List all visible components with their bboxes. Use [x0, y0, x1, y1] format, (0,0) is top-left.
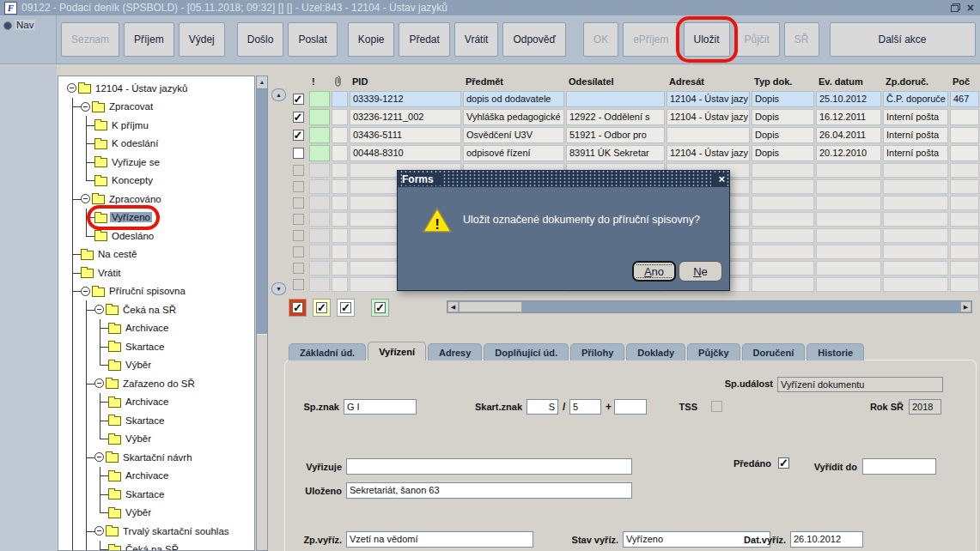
restore-window-icon[interactable]	[951, 3, 960, 12]
table-row[interactable]: 03339-1212dopis od dodavatele12104 - Úst…	[289, 91, 980, 107]
skart-znak-field-2[interactable]: 5	[569, 399, 601, 415]
toolbar-button-doslo[interactable]: Došlo	[237, 22, 284, 57]
toolbar-button-dalsi-akce[interactable]: Další akce	[830, 22, 976, 57]
cell-poc[interactable]	[950, 127, 979, 143]
row-checkbox[interactable]	[293, 94, 304, 105]
cell-pid[interactable]: 03436-5111	[350, 127, 461, 143]
predano-checkbox[interactable]	[778, 457, 789, 469]
cell-typ[interactable]: Dopis	[752, 91, 814, 107]
cell-typ[interactable]: Dopis	[752, 127, 814, 143]
skart-znak-field-1[interactable]: S	[527, 399, 558, 415]
cell-zp_doruc[interactable]: Interní pošta	[883, 127, 948, 143]
toolbar-button-vratit[interactable]: Vrátit	[454, 22, 499, 57]
tab-prilohy[interactable]: Přílohy	[570, 343, 624, 360]
tree-item[interactable]: Odesláno	[58, 227, 254, 245]
tree-expander-icon[interactable]	[67, 83, 76, 93]
toolbar-button-kopie[interactable]: Kopie	[348, 22, 395, 57]
cell-adresat[interactable]: 12104 - Ústav jazy	[667, 91, 750, 107]
tree-item[interactable]: K příjmu	[58, 116, 254, 135]
tree-scrollbar-thumb[interactable]	[257, 334, 267, 550]
tree-expander-icon[interactable]	[81, 194, 90, 203]
tree-item[interactable]: Výběr	[58, 504, 254, 523]
cell-predmet[interactable]: Vyhláška pedagogické	[463, 109, 564, 125]
toolbar-button-odpoved[interactable]: Odpověď	[502, 22, 565, 57]
tree-expander-icon[interactable]	[94, 378, 104, 388]
cell-predmet[interactable]: dopis od dodavatele	[463, 91, 564, 107]
tab-historie[interactable]: Historie	[807, 343, 864, 360]
cell-odesilatel[interactable]: 51921 - Odbor pro	[566, 127, 665, 143]
tree-expander-icon[interactable]	[81, 102, 90, 112]
cell-ev_datum[interactable]: 26.04.2011	[816, 127, 881, 143]
dialog-button-ne[interactable]: Ne	[679, 261, 722, 282]
cell-ev_datum[interactable]: 16.12.2011	[816, 109, 881, 125]
cell-zp_doruc[interactable]: Interní pošta	[883, 145, 948, 161]
ulozeno-field[interactable]: Sekretariát, šanon 63	[346, 482, 632, 499]
row-checkbox[interactable]	[293, 130, 304, 141]
tab-adresy[interactable]: Adresy	[428, 343, 482, 360]
tree-item[interactable]: Zařazeno do SŘ	[58, 374, 254, 393]
cell-odesilatel[interactable]	[566, 91, 665, 107]
cell-typ[interactable]: Dopis	[752, 109, 814, 125]
tree-item[interactable]: Archivace	[58, 467, 254, 486]
tree-item[interactable]: Výběr	[58, 356, 254, 375]
dialog-close-icon[interactable]	[711, 173, 725, 186]
cell-poc[interactable]	[950, 145, 979, 161]
row-select-cell[interactable]	[289, 145, 307, 161]
cell-pid[interactable]: 00448-8310	[350, 145, 461, 161]
tree-scroll-up-icon[interactable]	[257, 76, 267, 89]
dialog-button-ano[interactable]: Ano	[632, 261, 676, 282]
cell-odesilatel[interactable]: 12922 - Oddělení s	[566, 109, 665, 125]
sp-znak-field[interactable]: G I	[344, 399, 417, 415]
tab-doplnujici-ud[interactable]: Doplňující úd.	[484, 343, 569, 360]
vyridit-do-field[interactable]	[862, 458, 936, 475]
cell-zp_doruc[interactable]: Interní pošta	[883, 109, 948, 125]
tree-item[interactable]: Archivace	[58, 393, 254, 412]
tree-expander-icon[interactable]	[94, 452, 104, 462]
row-checkbox[interactable]	[293, 148, 304, 159]
cell-clip[interactable]	[332, 109, 348, 125]
cell-pid[interactable]: 03339-1212	[350, 91, 461, 107]
cell-poc[interactable]: 467	[950, 91, 979, 107]
tree-expander-icon[interactable]	[94, 526, 104, 536]
scroll-left-icon[interactable]	[447, 301, 459, 312]
zp-vyriz-field[interactable]: Vzetí na vědomí	[346, 531, 533, 548]
horizontal-scrollbar-thumb[interactable]	[459, 301, 522, 312]
cell-predmet[interactable]: Osvědčení U3V	[463, 127, 564, 143]
cell-clip[interactable]	[332, 145, 348, 161]
tab-doklady[interactable]: Doklady	[626, 343, 685, 360]
tab-doruceni[interactable]: Doručení	[742, 343, 806, 360]
tree-item[interactable]: Koncepty	[58, 172, 254, 191]
tree-expander-icon[interactable]	[94, 305, 104, 314]
cell-ev_datum[interactable]: 20.12.2010	[816, 145, 881, 161]
selection-mark-white[interactable]	[337, 299, 355, 317]
tree-item[interactable]: Vyřizuje se	[58, 153, 254, 172]
cell-flag[interactable]	[309, 91, 330, 107]
nav-zone[interactable]: Nav	[0, 15, 57, 64]
toolbar-button-ulozit[interactable]: Uložit	[684, 22, 730, 57]
scroll-right-icon[interactable]	[960, 301, 971, 312]
tab-zakladni-ud[interactable]: Základní úd.	[289, 343, 366, 360]
tree-item[interactable]: 12104 - Ústav jazyků	[58, 79, 254, 98]
record-scroll-down-icon[interactable]	[271, 282, 286, 295]
cell-adresat[interactable]	[667, 127, 750, 143]
cell-clip[interactable]	[332, 127, 348, 143]
cell-typ[interactable]: Dopis	[752, 145, 814, 161]
skart-znak-field-3[interactable]	[614, 399, 647, 415]
tree-item[interactable]: Vyřízeno	[58, 209, 254, 227]
selection-mark-green[interactable]	[371, 299, 389, 317]
tree-item[interactable]: Výběr	[58, 430, 254, 449]
tree-item[interactable]: Zpracovat	[58, 98, 254, 117]
table-row[interactable]: 00448-8310odpisové řízení83911 ÚK Sekret…	[289, 145, 980, 161]
tree-item[interactable]: Vrátit	[58, 263, 254, 282]
table-row[interactable]: 03436-5111Osvědčení U3V51921 - Odbor pro…	[289, 127, 980, 143]
tree-expander-icon[interactable]	[81, 287, 90, 296]
toolbar-button-poslat[interactable]: Poslat	[288, 22, 337, 57]
selection-mark-yellow[interactable]	[313, 299, 331, 317]
tab-pujcky[interactable]: Půjčky	[687, 343, 740, 360]
cell-flag[interactable]	[309, 127, 330, 143]
tree-item[interactable]: Na cestě	[58, 245, 254, 264]
toolbar-button-prijem[interactable]: Příjem	[124, 22, 174, 57]
table-row[interactable]: 03236-1211_002Vyhláška pedagogické12922 …	[289, 109, 980, 125]
close-window-icon[interactable]	[967, 3, 974, 13]
toolbar-button-predat[interactable]: Předat	[399, 22, 449, 57]
